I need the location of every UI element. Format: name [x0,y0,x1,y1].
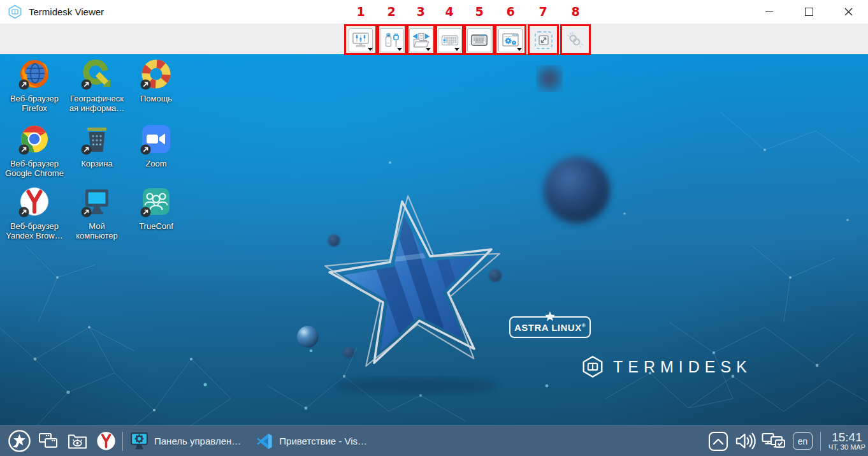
annotation-number-6: 6 [506,4,514,18]
start-menu-button[interactable] [8,429,31,453]
annotation-box-2 [377,24,407,55]
fullscreen-button[interactable] [533,30,554,50]
keyboard-shortcuts-dropdown-icon[interactable] [454,48,459,51]
usb-redirect-icon [383,31,401,49]
file-manager-button[interactable] [67,432,88,450]
annotation-box-1 [344,24,377,55]
remote-desktop-viewport[interactable]: ASTRA LINUX® TERMIDESK [0,54,868,425]
start-menu-star-icon [8,429,31,453]
shortcut-arrow-badge [140,207,151,217]
desktop-icon-yandex-browser[interactable]: Веб-браузерYandex Brow… [4,185,64,240]
annotation-number-2: 2 [387,4,395,18]
shortcut-arrow-badge [81,207,92,217]
show-windows-button[interactable] [38,432,59,451]
shortcut-arrow-badge [81,144,92,155]
network-devices-button[interactable] [761,431,786,452]
window-title: Termidesk Viewer [29,6,104,17]
maximize-icon [805,8,813,16]
task-control-panel[interactable]: Панель управлен… [129,431,241,451]
annotation-number-4: 4 [445,4,453,18]
desktop-icon-my-computer[interactable]: Мойкомпьютер [67,185,127,240]
taskbar-separator [122,432,123,451]
minimize-icon [765,11,773,12]
onscreen-keyboard-icon [470,31,488,49]
attach-session-button[interactable] [565,30,586,50]
shortcut-arrow-badge [18,144,29,155]
close-button[interactable] [828,0,868,24]
desktop-icon-trash[interactable]: Корзина [67,122,127,168]
annotation-number-5: 5 [475,4,483,18]
taskbar: Панель управлен… Приветствие - Vis… [0,425,868,456]
tray-separator [820,432,821,451]
desktop-icon-zoom[interactable]: Zoom [126,122,186,168]
annotation-number-7: 7 [539,4,547,18]
task-vscode[interactable]: Приветствие - Vis… [255,432,367,451]
fullscreen-icon [533,30,554,50]
network-monitors-check-icon [761,431,786,452]
maximize-button[interactable] [789,0,828,24]
file-transfer-dropdown-icon[interactable] [426,48,431,51]
termidesk-watermark: TERMIDESK [581,355,752,378]
task-label: Панель управлен… [154,436,241,446]
titlebar: Termidesk Viewer [0,0,868,24]
shortcut-arrow-badge [140,79,151,90]
annotation-box-7 [528,24,559,55]
minimize-button[interactable] [749,0,789,24]
yandex-browser-taskbar-button[interactable] [96,431,116,451]
astra-star-icon [544,311,556,325]
annotation-number-1: 1 [356,4,365,18]
usb-redirect-dropdown-icon[interactable] [397,48,402,51]
display-settings-icon [352,31,370,49]
layout-label: en [798,436,808,446]
attach-session-icon [565,30,586,50]
annotation-box-6 [495,24,526,55]
desktop-icon-help[interactable]: Помощь [126,57,186,103]
file-transfer-icon [412,31,431,49]
termidesk-watermark-icon [581,355,604,378]
annotation-box-4 [435,24,464,55]
annotation-box-3 [407,24,435,55]
folder-eye-icon [67,432,88,450]
termidesk-viewer-window: Termidesk Viewer 1 2 3 4 5 6 7 8 [0,0,868,456]
close-icon [844,8,853,16]
termidesk-logo-icon [8,4,22,19]
shortcut-arrow-badge [18,79,29,90]
onscreen-keyboard-button[interactable] [467,28,491,52]
clock-time: 15:41 [828,431,865,444]
annotation-box-8 [560,24,591,55]
vscode-icon [255,432,274,451]
control-panel-icon [129,431,149,451]
shortcut-arrow-badge [81,79,92,90]
annotation-number-8: 8 [571,4,579,18]
speaker-icon [734,432,756,450]
yandex-browser-icon [96,431,116,451]
keyboard-layout-indicator[interactable]: en [793,432,813,450]
desktop-icon-chrome[interactable]: Веб-браузерGoogle Chrome [4,122,64,178]
session-settings-dropdown-icon[interactable] [517,48,522,51]
shortcut-arrow-badge [18,207,29,217]
astra-linux-logo: ASTRA LINUX® [509,316,591,338]
windows-switcher-icon [38,432,59,451]
desktop-icon-qgis[interactable]: Географическая информа… [67,57,127,113]
keyboard-shortcuts-icon [441,31,459,49]
display-settings-dropdown-icon[interactable] [368,48,373,51]
desktop-icon-firefox[interactable]: Веб-браузерFirefox [4,57,64,113]
task-label: Приветствие - Vis… [279,436,367,446]
chevron-up-icon [712,437,725,446]
clock-date: ЧТ, 30 МАР [828,444,865,452]
desktop-icon-trueconf[interactable]: TrueConf [126,185,186,231]
shortcut-arrow-badge [140,144,151,155]
session-settings-icon [502,31,519,49]
clock[interactable]: 15:41 ЧТ, 30 МАР [828,431,865,451]
annotation-number-3: 3 [416,4,424,18]
volume-button[interactable] [734,432,756,450]
annotation-box-5 [464,24,495,55]
tray-expand-button[interactable] [709,432,728,451]
